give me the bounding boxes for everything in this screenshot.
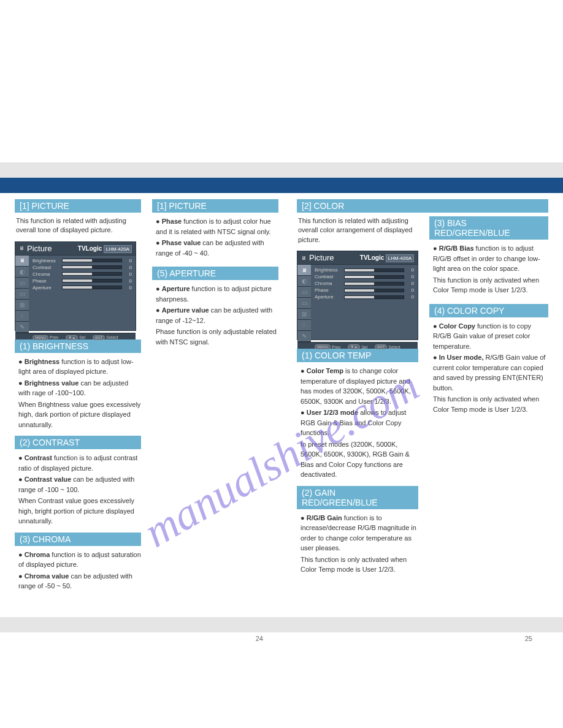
settings-icon[interactable] xyxy=(297,331,311,342)
screen-icon[interactable] xyxy=(15,289,29,300)
picture-desc: This function is related with adjusting … xyxy=(15,216,141,235)
osd-row[interactable]: Contrast0 xyxy=(315,274,414,279)
osd-row[interactable]: Chroma0 xyxy=(315,281,414,286)
osd-rows: Brightness0 Contrast0 Chroma0 Phase0 Ape… xyxy=(29,256,136,333)
bullet-group: ● R/G/B Bias function is to adjust R/G/B… xyxy=(429,243,548,295)
osd-row[interactable]: Aperture0 xyxy=(33,285,132,290)
section-header: [2] COLOR xyxy=(297,199,548,213)
osd-header: Picture TVLogic LHM-420A xyxy=(297,251,418,265)
osd-brand: TVLogic xyxy=(360,254,384,261)
section-header: (3) CHROMA xyxy=(15,533,141,546)
osd-panel: Picture TVLogic LHM-420A xyxy=(15,241,136,331)
osd-title: Picture xyxy=(27,244,52,253)
osd-model: LHM-420A xyxy=(386,254,414,262)
monitor-icon[interactable] xyxy=(15,256,29,267)
bullet-group: ● Color Temp is to change color temperat… xyxy=(297,366,418,480)
bullet-group: ● Phase function is to adjust color hue … xyxy=(152,216,278,258)
right-page: [2] COLOR This function is related with … xyxy=(297,199,548,593)
section-header: (3) BIAS RED/GREEN/BLUE xyxy=(429,216,548,240)
bullet-group: ● R/G/B Gain function is to increase/dec… xyxy=(297,513,418,575)
controller-icon[interactable] xyxy=(15,311,29,322)
document-page: [1] PICTURE [1] PICTURE This function is… xyxy=(0,0,563,728)
right-inner-col-1: This function is related with adjusting … xyxy=(297,216,418,576)
screen-icon[interactable] xyxy=(297,298,311,309)
section-header: (2) GAIN RED/GREEN/BLUE xyxy=(297,486,418,509)
osd-row[interactable]: Phase0 xyxy=(33,278,132,284)
gray-band-bottom xyxy=(0,617,563,632)
bullet-group: ● Aperture function is to adjust picture… xyxy=(152,284,278,347)
osd-row[interactable]: Brightness0 xyxy=(33,258,132,264)
monitor-icon xyxy=(19,245,25,251)
osd-rows: Brightness0 Contrast0 Chroma0 Phase0 Ape… xyxy=(311,265,418,342)
osd-model: LHM-420A xyxy=(104,245,132,253)
osd-row[interactable]: Contrast0 xyxy=(33,265,132,270)
osd-sidebar xyxy=(15,256,29,333)
left-page: [1] PICTURE [1] PICTURE This function is… xyxy=(15,199,278,593)
bottom-whitespace xyxy=(0,645,563,728)
osd-row[interactable]: Brightness0 xyxy=(315,267,414,273)
color-desc: This function is related with adjusting … xyxy=(297,216,418,245)
osd-row[interactable]: Aperture0 xyxy=(315,294,414,300)
page-num-right: 25 xyxy=(282,635,538,642)
bullet-group: ● Color Copy function is to copy R/G/B G… xyxy=(429,321,548,415)
blue-band xyxy=(0,178,563,193)
controller-icon[interactable] xyxy=(297,320,311,331)
page-numbers: 24 25 xyxy=(0,632,563,645)
bullet-group: ● Brightness function is to adjust low-l… xyxy=(15,357,141,430)
osd-title: Picture xyxy=(309,253,334,262)
top-whitespace xyxy=(0,0,563,162)
pip-icon[interactable] xyxy=(297,309,311,320)
section-header: [1] PICTURE xyxy=(15,199,141,213)
section-header: (2) CONTRAST xyxy=(15,436,141,449)
monitor-icon[interactable] xyxy=(297,265,311,276)
color-icon[interactable] xyxy=(297,276,311,287)
section-header: (4) COLOR COPY xyxy=(429,304,548,317)
left-inner-col: This function is related with adjusting … xyxy=(15,216,141,593)
gray-band-top xyxy=(0,162,563,178)
bullet-group: ● Chroma function is to adjust saturatio… xyxy=(15,550,141,591)
left-inner-col-2: (4) PHASE ● Phase function is to adjust … xyxy=(152,216,278,593)
pip-icon[interactable] xyxy=(15,300,29,311)
osd-row[interactable]: Chroma0 xyxy=(33,271,132,277)
color-icon[interactable] xyxy=(15,267,29,278)
osd-panel: Picture TVLogic LHM-420A xyxy=(297,251,418,340)
page-num-left: 24 xyxy=(25,635,282,642)
box-icon[interactable] xyxy=(15,278,29,289)
monitor-icon xyxy=(301,255,307,261)
main-content: [1] PICTURE [1] PICTURE This function is… xyxy=(0,193,563,617)
osd-row[interactable]: Phase0 xyxy=(315,287,414,293)
section-header: (5) APERTURE xyxy=(152,267,278,280)
section-header: (1) COLOR TEMP xyxy=(297,349,418,362)
osd-brand: TVLogic xyxy=(78,245,102,252)
osd-sidebar xyxy=(297,265,311,342)
osd-header: Picture TVLogic LHM-420A xyxy=(15,242,136,256)
bullet-group: ● Contrast function is to adjust contras… xyxy=(15,453,141,526)
section-header: (1) BRIGHTNESS xyxy=(15,339,141,353)
right-inner-col-2: (3) BIAS RED/GREEN/BLUE ● R/G/B Bias fun… xyxy=(429,216,548,576)
box-icon[interactable] xyxy=(297,287,311,298)
settings-icon[interactable] xyxy=(15,322,29,333)
section-header: [1] PICTURE xyxy=(152,199,278,213)
